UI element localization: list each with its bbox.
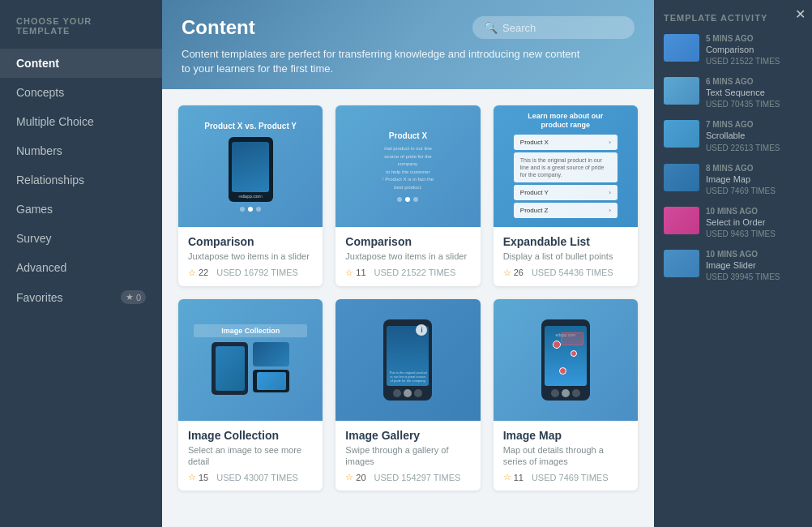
sidebar-item-concepts[interactable]: Concepts — [0, 78, 162, 107]
activity-time-6: 10 MINS AGO — [706, 250, 802, 259]
activity-panel: TEMPLATE ACTIVITY 5 MINS AGO Comparison … — [654, 0, 812, 527]
sidebar-item-label: Content — [16, 57, 59, 70]
template-info-image-collection: Image Collection Select an image to see … — [178, 421, 323, 491]
rating-number: 15 — [199, 473, 208, 482]
activity-info-1: 5 MINS AGO Comparison USED 21522 TIMES — [706, 34, 802, 66]
activity-info-5: 10 MINS AGO Select in Order USED 9463 TI… — [706, 207, 802, 238]
template-desc: Select an image to see more detail — [188, 444, 313, 468]
sidebar-item-content[interactable]: Content — [0, 49, 162, 78]
main-header: Content 🔍 Content templates are perfect … — [162, 0, 654, 89]
template-meta: ☆ 15 USED 43007 TIMES — [188, 472, 313, 482]
activity-thumb-scrollable — [664, 120, 699, 148]
templates-grid-container: Product X vs. Product Y edapp.com — [162, 89, 654, 527]
template-card-image-gallery[interactable]: This is the original product in our line… — [335, 299, 480, 491]
sidebar-item-label: Favorites — [16, 291, 63, 304]
sidebar-item-games[interactable]: Games — [0, 195, 162, 224]
template-thumb-expandable: Learn more about our product range Produ… — [494, 105, 638, 227]
used-times: USED 21522 TIMES — [374, 268, 456, 277]
template-thumb-image-collection: Image Collection — [178, 299, 323, 421]
sidebar-item-label: Survey — [16, 232, 52, 245]
map-phone: edapp.com — [541, 319, 590, 401]
favorites-count: 0 — [136, 293, 141, 302]
template-card-comparison-1[interactable]: Product X vs. Product Y edapp.com — [178, 105, 323, 285]
star-icon: ☆ — [345, 268, 353, 278]
map-screen: edapp.com — [545, 326, 587, 386]
sidebar-item-advanced[interactable]: Advanced — [0, 253, 162, 282]
template-desc: Map out details through a series of imag… — [503, 444, 628, 468]
activity-info-2: 6 MINS AGO Text Sequence USED 70435 TIME… — [706, 77, 802, 109]
sidebar-item-survey[interactable]: Survey — [0, 224, 162, 253]
sidebar-item-multiple-choice[interactable]: Multiple Choice — [0, 107, 162, 136]
activity-info-4: 8 MINS AGO Image Map USED 7469 TIMES — [706, 164, 802, 195]
template-desc: Swipe through a gallery of images — [345, 444, 470, 468]
activity-item-6[interactable]: 10 MINS AGO Image Slider USED 39945 TIME… — [664, 250, 802, 281]
close-button[interactable]: ✕ — [795, 6, 806, 22]
sidebar-item-favorites[interactable]: Favorites ★ 0 — [0, 282, 162, 312]
star-icon: ☆ — [503, 268, 511, 278]
used-times: USED 16792 TIMES — [216, 268, 298, 277]
template-info-comparison-1: Comparison Juxtapose two items in a slid… — [178, 227, 323, 285]
main-content: Content 🔍 Content templates are perfect … — [162, 0, 654, 527]
star-rating: ☆ 26 — [503, 268, 524, 278]
activity-name-1: Comparison — [706, 45, 802, 55]
template-thumb-image-gallery: This is the original product in our line… — [335, 299, 480, 421]
page-title: Content — [182, 16, 255, 39]
used-times: USED 54436 TIMES — [532, 268, 613, 277]
sidebar-item-label: Multiple Choice — [16, 115, 94, 128]
template-meta: ☆ 20 USED 154297 TIMES — [345, 472, 470, 482]
activity-thumb-text-sequence — [664, 77, 699, 105]
expandable-row-3: Product Y › — [514, 185, 618, 200]
rating-number: 22 — [199, 268, 208, 277]
image-collection-phone-1 — [212, 342, 248, 395]
template-thumb-comparison-1: Product X vs. Product Y edapp.com — [178, 105, 323, 227]
template-card-comparison-2[interactable]: Product X inal product in our linesource… — [335, 105, 480, 285]
header-description: Content templates are perfect for transf… — [182, 47, 587, 76]
template-info-comparison-2: Comparison Juxtapose two items in a slid… — [335, 227, 480, 285]
activity-name-2: Text Sequence — [706, 88, 802, 98]
activity-used-4: USED 7469 TIMES — [706, 186, 802, 195]
activity-time-2: 6 MINS AGO — [706, 77, 802, 86]
favorites-badge: ★ 0 — [121, 290, 146, 304]
template-meta: ☆ 11 USED 7469 TIMES — [503, 472, 628, 482]
search-icon: 🔍 — [484, 21, 498, 34]
activity-item-1[interactable]: 5 MINS AGO Comparison USED 21522 TIMES — [664, 34, 802, 66]
template-meta: ☆ 26 USED 54436 TIMES — [503, 268, 628, 278]
star-icon: ☆ — [188, 472, 196, 482]
search-bar[interactable]: 🔍 — [472, 16, 635, 39]
activity-item-2[interactable]: 6 MINS AGO Text Sequence USED 70435 TIME… — [664, 77, 802, 109]
image-collection-title-bar: Image Collection — [194, 324, 307, 337]
template-card-image-map[interactable]: edapp.com — [494, 299, 638, 491]
template-card-image-collection[interactable]: Image Collection — [178, 299, 323, 491]
activity-item-4[interactable]: 8 MINS AGO Image Map USED 7469 TIMES — [664, 164, 802, 195]
image-collection-preview: Image Collection — [194, 324, 307, 395]
activity-info-6: 10 MINS AGO Image Slider USED 39945 TIME… — [706, 250, 802, 281]
template-name: Image Collection — [188, 429, 313, 442]
image-collection-phone-screen-1 — [216, 346, 245, 391]
star-rating: ☆ 11 — [345, 268, 365, 278]
star-icon: ☆ — [188, 268, 196, 278]
used-times: USED 154297 TIMES — [374, 473, 461, 482]
activity-used-1: USED 21522 TIMES — [706, 57, 802, 66]
activity-thumb-image-slider — [664, 250, 699, 277]
rating-number: 11 — [356, 268, 365, 277]
sidebar-item-relationships[interactable]: Relationships — [0, 165, 162, 195]
activity-time-5: 10 MINS AGO — [706, 207, 802, 216]
activity-thumb-comparison — [664, 34, 699, 62]
modal-wrapper: ✕ CHOOSE YOUR TEMPLATE Content Concepts … — [0, 0, 812, 527]
activity-item-3[interactable]: 7 MINS AGO Scrollable USED 22613 TIMES — [664, 120, 802, 152]
image-collection-phones — [194, 342, 307, 395]
search-input[interactable] — [502, 22, 623, 34]
activity-used-3: USED 22613 TIMES — [706, 144, 802, 152]
template-desc: Display a list of bullet points — [503, 251, 628, 262]
activity-time-1: 5 MINS AGO — [706, 34, 802, 43]
star-icon: ☆ — [503, 472, 511, 482]
template-thumb-comparison-2: Product X inal product in our linesource… — [335, 105, 480, 227]
star-icon: ☆ — [345, 472, 353, 482]
template-name: Image Map — [503, 429, 628, 442]
sidebar-item-numbers[interactable]: Numbers — [0, 136, 162, 165]
activity-thumb-select-in-order — [664, 207, 699, 234]
activity-item-5[interactable]: 10 MINS AGO Select in Order USED 9463 TI… — [664, 207, 802, 238]
expandable-preview: Learn more about our product range Produ… — [509, 107, 622, 225]
template-info-expandable-list: Expandable List Display a list of bullet… — [494, 227, 638, 285]
template-card-expandable-list[interactable]: Learn more about our product range Produ… — [494, 105, 638, 285]
